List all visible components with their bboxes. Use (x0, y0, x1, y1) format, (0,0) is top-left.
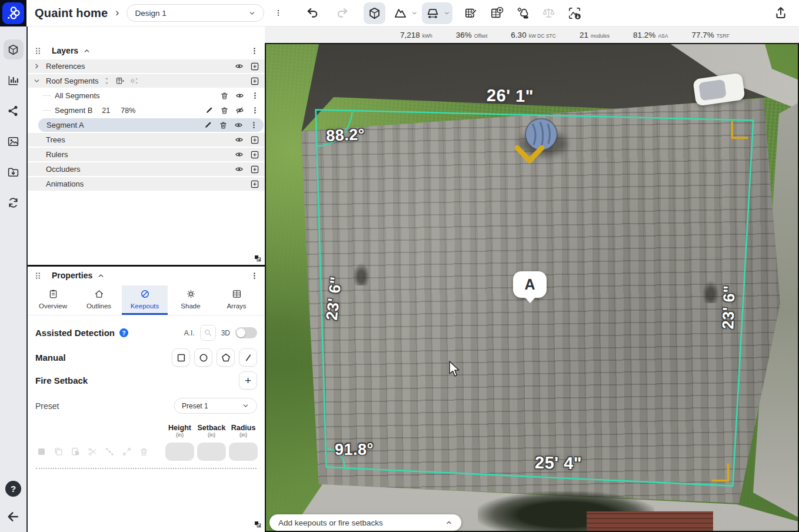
tab-overview[interactable]: Overview (30, 285, 76, 315)
trash-icon[interactable] (220, 106, 229, 115)
radius-input[interactable] (229, 443, 258, 461)
tab-keepouts[interactable]: Keepouts (122, 285, 168, 315)
kebab-icon[interactable] (251, 91, 259, 100)
table-edit-button[interactable] (460, 2, 482, 24)
design-menu-button[interactable] (269, 4, 287, 22)
trash-icon[interactable] (219, 121, 228, 129)
select-icon[interactable] (36, 447, 46, 457)
nav-share[interactable] (4, 101, 24, 121)
collapse-chevron-icon[interactable] (97, 272, 105, 280)
design-viewport[interactable]: 26' 1" 88.2° 23' 6" 23' 6" 91.8° 25' 4" … (265, 43, 799, 532)
help-button[interactable]: ? (5, 481, 21, 497)
visibility-eye-icon[interactable] (234, 121, 243, 129)
draw-rectangle-keepout-button[interactable] (172, 348, 190, 367)
trash-icon[interactable] (220, 91, 229, 100)
layer-row-animations[interactable]: Animations (28, 177, 265, 191)
add-fire-setback-button[interactable]: + (239, 371, 257, 390)
visibility-eye-icon[interactable] (235, 91, 244, 100)
nav-sync[interactable] (4, 192, 24, 212)
share-export-button[interactable] (770, 2, 791, 24)
visibility-eye-icon[interactable] (235, 165, 244, 174)
visibility-eye-off-icon[interactable] (235, 106, 244, 115)
terrain-tool-group[interactable] (389, 2, 418, 24)
move-icon[interactable] (105, 447, 115, 457)
collapse-chevron-icon[interactable] (33, 77, 41, 85)
add-plus-box-icon[interactable] (250, 135, 259, 145)
add-plus-box-icon[interactable] (250, 165, 259, 174)
redo-button[interactable] (332, 2, 354, 24)
layer-row-segment-a[interactable]: Segment A (38, 118, 264, 132)
image-export-button[interactable] (564, 2, 585, 24)
layer-row-references[interactable]: References (28, 59, 265, 73)
back-button[interactable] (6, 510, 21, 525)
preset-dropdown[interactable]: Preset 1 (174, 398, 257, 414)
terrain-button[interactable] (389, 2, 411, 24)
nav-performance[interactable] (4, 70, 24, 90)
pencil-icon[interactable] (205, 106, 214, 115)
add-plus-box-icon[interactable] (250, 150, 259, 159)
kebab-icon[interactable] (249, 121, 258, 129)
table-add-button[interactable] (486, 2, 508, 24)
panel-resize-grip-icon[interactable] (254, 254, 262, 262)
sun-sort-icon[interactable] (129, 77, 138, 85)
draw-roof-tool-group[interactable] (422, 2, 452, 24)
add-keepouts-bar[interactable]: Add keepouts or fire setbacks (269, 514, 461, 531)
paste-icon[interactable] (71, 447, 81, 457)
layer-row-rulers[interactable]: Rulers (28, 148, 265, 161)
pencil-icon[interactable] (204, 121, 212, 129)
table-dropdown-icon[interactable] (116, 77, 125, 85)
draw-line-keepout-button[interactable] (239, 348, 257, 367)
drag-handle-icon[interactable] (34, 271, 42, 280)
design-selector[interactable]: Design 1 (126, 4, 264, 22)
expand-chevron-icon[interactable] (33, 62, 41, 70)
terrain-dropdown-chevron-icon[interactable] (411, 10, 418, 16)
trash-icon[interactable] (139, 447, 149, 457)
ai-detect-button[interactable] (200, 325, 216, 341)
kebab-icon[interactable] (251, 106, 259, 115)
nav-imagery[interactable] (4, 131, 24, 151)
column-height: Height (in) (165, 424, 194, 438)
layer-row-trees[interactable]: Trees (28, 133, 265, 147)
nav-exports[interactable] (4, 162, 24, 182)
layer-row-occluders[interactable]: Occluders (28, 162, 265, 176)
layer-row-segment-b[interactable]: Segment B 21 78% (28, 104, 265, 117)
compare-button[interactable] (538, 2, 560, 24)
properties-menu-icon[interactable] (250, 271, 259, 280)
draw-roof-dropdown-chevron-icon[interactable] (444, 10, 450, 16)
panel-resize-grip-icon[interactable] (254, 520, 262, 528)
preset-value: Preset 1 (182, 402, 208, 410)
setback-input[interactable] (197, 443, 226, 461)
draw-polygon-keepout-button[interactable] (217, 348, 235, 367)
layers-menu-icon[interactable] (250, 46, 259, 55)
3d-view-button[interactable] (364, 2, 385, 24)
undo-button[interactable] (301, 2, 323, 24)
visibility-eye-icon[interactable] (235, 135, 244, 144)
collapse-chevron-icon[interactable] (83, 47, 91, 55)
height-input[interactable] (165, 443, 194, 461)
draw-roof-button[interactable] (422, 2, 444, 24)
sort-arrows-icon[interactable] (102, 77, 111, 85)
layer-row-roof-segments[interactable]: Roof Segments (28, 74, 265, 88)
3d-toggle[interactable] (235, 327, 257, 338)
segment-marker[interactable]: A (513, 271, 547, 298)
chevron-up-icon[interactable] (445, 519, 452, 526)
drag-handle-icon[interactable] (34, 46, 42, 55)
nav-3d-design[interactable] (4, 39, 24, 59)
add-plus-box-icon[interactable] (250, 62, 259, 71)
fire-setback-label: Fire Setback (35, 375, 88, 385)
expand-icon[interactable] (122, 447, 132, 457)
layer-row-all-segments[interactable]: All Segments (28, 89, 265, 102)
cut-scissors-icon[interactable] (88, 447, 98, 457)
copy-icon[interactable] (54, 447, 64, 457)
app-logo[interactable] (0, 0, 26, 26)
tab-shade[interactable]: Shade (168, 285, 214, 315)
add-plus-box-icon[interactable] (250, 179, 259, 189)
visibility-eye-icon[interactable] (235, 62, 244, 71)
add-plus-box-icon[interactable] (250, 77, 259, 86)
tab-arrays[interactable]: Arrays (214, 285, 259, 315)
vegetation-button[interactable] (512, 2, 534, 24)
info-icon[interactable]: ? (119, 328, 128, 337)
visibility-eye-icon[interactable] (235, 150, 244, 159)
draw-circle-keepout-button[interactable] (194, 348, 212, 367)
tab-outlines[interactable]: Outlines (76, 285, 122, 315)
